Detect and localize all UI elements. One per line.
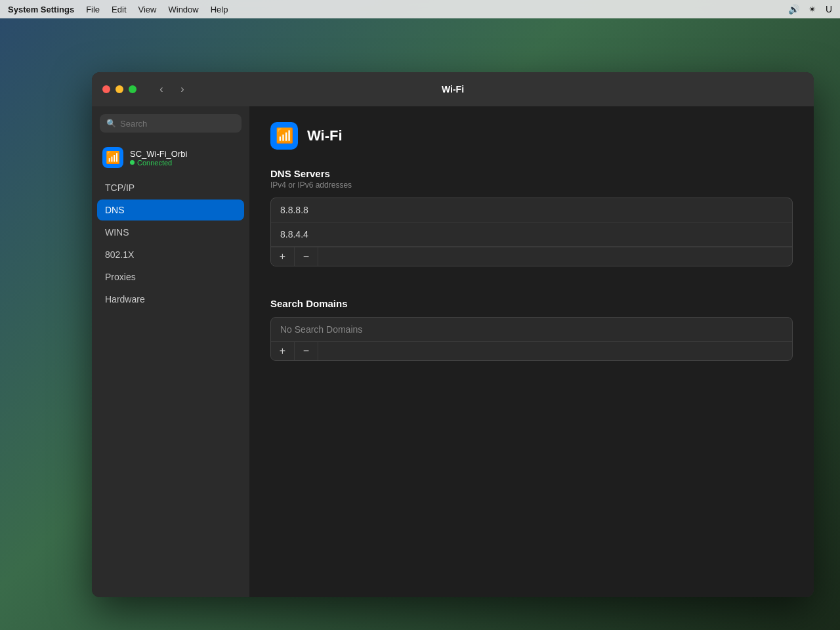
search-domains-add-button[interactable]: + [271,342,295,360]
search-domains-remove-button[interactable]: − [295,342,318,360]
menubar-right: 🔊 ✴ U [788,4,832,14]
menubar: System Settings File Edit View Window He… [0,0,840,18]
search-domains-box: No Search Domains + − [270,317,793,361]
menubar-view[interactable]: View [138,5,157,14]
dns-list-box: 8.8.8.8 8.8.4.4 + − [270,198,793,266]
wifi-section-icon: 📶 [276,127,293,144]
wifi-network-name: SC_Wi-Fi_Orbi [130,149,187,159]
system-settings-window: ‹ › Wi-Fi 🔍 📶 [92,72,814,597]
titlebar-nav: ‹ › [152,80,192,98]
user-icon[interactable]: U [826,4,832,14]
dns-controls: + − [271,247,792,266]
wifi-icon-circle: 📶 [102,147,123,168]
menubar-edit[interactable]: Edit [112,5,126,14]
traffic-lights [102,85,136,93]
sidebar-item-tcpip[interactable]: TCP/IP [97,177,244,198]
dns-remove-button[interactable]: − [295,247,318,266]
window-title: Wi-Fi [442,84,464,94]
sidebar-item-hardware[interactable]: Hardware [97,289,244,310]
sidebar: 🔍 📶 SC_Wi-Fi_Orbi Connected [92,106,249,597]
section-title: Wi-Fi [307,127,343,144]
search-domains-label: Search Domains [270,298,793,309]
dns-servers-section: DNS Servers IPv4 or IPv6 addresses 8.8.8… [270,168,793,266]
volume-icon[interactable]: 🔊 [788,4,799,14]
titlebar: ‹ › Wi-Fi [92,72,814,106]
search-container: 🔍 [92,114,249,140]
search-domains-section: Search Domains No Search Domains + − [270,298,793,361]
wifi-connection-item[interactable]: 📶 SC_Wi-Fi_Orbi Connected [97,140,244,175]
sidebar-section: 📶 SC_Wi-Fi_Orbi Connected TCP/IP DNS WIN… [92,140,249,597]
dns-servers-sublabel: IPv4 or IPv6 addresses [270,180,793,190]
close-button[interactable] [102,85,110,93]
menubar-app-name[interactable]: System Settings [8,5,74,14]
section-header: 📶 Wi-Fi [270,122,793,150]
sidebar-item-wins[interactable]: WINS [97,222,244,243]
search-box: 🔍 [100,114,242,133]
search-domains-empty: No Search Domains [271,318,792,341]
dns-add-button[interactable]: + [271,247,295,266]
dns-entry-2[interactable]: 8.8.4.4 [271,222,792,247]
section-icon-circle: 📶 [270,122,298,150]
wifi-icon: 📶 [106,150,120,165]
search-icon: 🔍 [106,119,116,128]
main-content: 📶 Wi-Fi DNS Servers IPv4 or IPv6 address… [249,106,814,597]
menubar-file[interactable]: File [86,5,100,14]
bluetooth-icon[interactable]: ✴ [808,4,816,14]
sidebar-item-8021x[interactable]: 802.1X [97,244,244,265]
wifi-status: Connected [130,159,187,167]
forward-button[interactable]: › [173,80,192,98]
wifi-info: SC_Wi-Fi_Orbi Connected [130,149,187,167]
search-input[interactable] [120,119,235,129]
minimize-button[interactable] [116,85,123,93]
dns-servers-label: DNS Servers [270,168,793,179]
dns-entry-1[interactable]: 8.8.8.8 [271,198,792,222]
sidebar-item-dns[interactable]: DNS [97,200,244,220]
menubar-help[interactable]: Help [211,5,228,14]
back-button[interactable]: ‹ [152,80,171,98]
search-domains-controls: + − [271,341,792,360]
menubar-window[interactable]: Window [168,5,198,14]
status-dot [130,160,135,165]
status-text: Connected [137,159,172,167]
maximize-button[interactable] [129,85,136,93]
sidebar-item-proxies[interactable]: Proxies [97,266,244,287]
menubar-left: System Settings File Edit View Window He… [8,5,228,14]
window-body: 🔍 📶 SC_Wi-Fi_Orbi Connected [92,106,814,597]
